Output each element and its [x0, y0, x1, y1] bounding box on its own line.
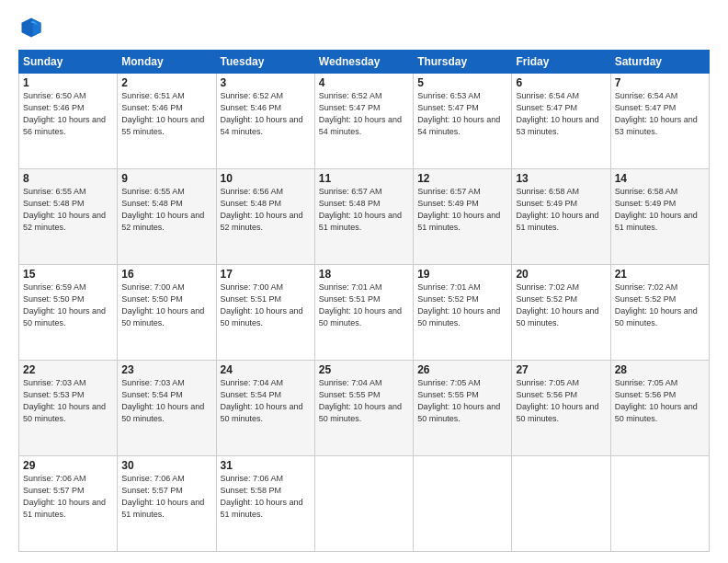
day-number: 8: [23, 172, 113, 185]
day-number: 14: [615, 172, 705, 185]
day-number: 30: [121, 459, 211, 472]
calendar-day-cell: 6 Sunrise: 6:54 AM Sunset: 5:47 PM Dayli…: [512, 74, 610, 169]
day-content: Sunrise: 6:54 AM Sunset: 5:47 PM Dayligh…: [615, 90, 705, 138]
day-number: 24: [221, 363, 311, 376]
day-content: Sunrise: 6:55 AM Sunset: 5:48 PM Dayligh…: [121, 186, 211, 234]
weekday-header: Monday: [118, 51, 216, 74]
day-number: 2: [121, 76, 211, 89]
calendar-day-cell: 29 Sunrise: 7:06 AM Sunset: 5:57 PM Dayl…: [19, 456, 118, 552]
day-content: Sunrise: 7:06 AM Sunset: 5:57 PM Dayligh…: [121, 473, 211, 521]
calendar-day-cell: 27 Sunrise: 7:05 AM Sunset: 5:56 PM Dayl…: [512, 361, 610, 456]
day-content: Sunrise: 7:00 AM Sunset: 5:51 PM Dayligh…: [221, 282, 311, 329]
day-number: 22: [23, 363, 113, 376]
calendar-day-cell: [314, 456, 413, 552]
day-number: 26: [417, 363, 507, 376]
day-number: 21: [615, 268, 705, 281]
day-number: 3: [221, 76, 311, 89]
calendar-day-cell: 16 Sunrise: 7:00 AM Sunset: 5:50 PM Dayl…: [118, 265, 216, 361]
calendar-day-cell: 30 Sunrise: 7:06 AM Sunset: 5:57 PM Dayl…: [118, 456, 216, 552]
calendar-day-cell: [610, 456, 709, 552]
calendar-day-cell: 20 Sunrise: 7:02 AM Sunset: 5:52 PM Dayl…: [512, 265, 610, 361]
calendar-day-cell: 13 Sunrise: 6:58 AM Sunset: 5:49 PM Dayl…: [512, 169, 610, 265]
calendar-day-cell: 10 Sunrise: 6:56 AM Sunset: 5:48 PM Dayl…: [216, 169, 314, 265]
calendar-day-cell: 22 Sunrise: 7:03 AM Sunset: 5:53 PM Dayl…: [19, 361, 118, 456]
weekday-header: Tuesday: [216, 51, 314, 74]
day-content: Sunrise: 7:02 AM Sunset: 5:52 PM Dayligh…: [516, 282, 606, 329]
calendar-day-cell: 14 Sunrise: 6:58 AM Sunset: 5:49 PM Dayl…: [610, 169, 709, 265]
calendar-day-cell: 12 Sunrise: 6:57 AM Sunset: 5:49 PM Dayl…: [414, 169, 512, 265]
calendar-day-cell: 11 Sunrise: 6:57 AM Sunset: 5:48 PM Dayl…: [314, 169, 413, 265]
day-content: Sunrise: 7:05 AM Sunset: 5:55 PM Dayligh…: [417, 377, 507, 425]
weekday-header: Saturday: [610, 51, 709, 74]
logo-icon: [18, 15, 44, 40]
day-content: Sunrise: 7:01 AM Sunset: 5:51 PM Dayligh…: [319, 282, 409, 329]
day-content: Sunrise: 7:06 AM Sunset: 5:57 PM Dayligh…: [23, 473, 113, 521]
day-number: 15: [23, 268, 113, 281]
logo: [18, 15, 48, 40]
day-content: Sunrise: 7:03 AM Sunset: 5:54 PM Dayligh…: [121, 377, 211, 425]
day-content: Sunrise: 6:57 AM Sunset: 5:48 PM Dayligh…: [319, 186, 409, 234]
day-content: Sunrise: 6:53 AM Sunset: 5:47 PM Dayligh…: [417, 90, 507, 138]
day-content: Sunrise: 6:55 AM Sunset: 5:48 PM Dayligh…: [23, 186, 113, 234]
day-number: 25: [319, 363, 409, 376]
calendar-day-cell: 28 Sunrise: 7:05 AM Sunset: 5:56 PM Dayl…: [610, 361, 709, 456]
day-number: 23: [121, 363, 211, 376]
calendar-day-cell: 2 Sunrise: 6:51 AM Sunset: 5:46 PM Dayli…: [118, 74, 216, 169]
calendar-day-cell: 1 Sunrise: 6:50 AM Sunset: 5:46 PM Dayli…: [19, 74, 118, 169]
calendar-day-cell: 31 Sunrise: 7:06 AM Sunset: 5:58 PM Dayl…: [216, 456, 314, 552]
calendar-day-cell: 8 Sunrise: 6:55 AM Sunset: 5:48 PM Dayli…: [19, 169, 118, 265]
weekday-header: Wednesday: [314, 51, 413, 74]
day-number: 28: [615, 363, 705, 376]
day-content: Sunrise: 7:04 AM Sunset: 5:54 PM Dayligh…: [221, 377, 311, 425]
calendar-day-cell: 17 Sunrise: 7:00 AM Sunset: 5:51 PM Dayl…: [216, 265, 314, 361]
calendar-day-cell: 23 Sunrise: 7:03 AM Sunset: 5:54 PM Dayl…: [118, 361, 216, 456]
day-content: Sunrise: 6:51 AM Sunset: 5:46 PM Dayligh…: [121, 90, 211, 138]
day-number: 29: [23, 459, 113, 472]
day-content: Sunrise: 7:00 AM Sunset: 5:50 PM Dayligh…: [121, 282, 211, 329]
day-content: Sunrise: 6:58 AM Sunset: 5:49 PM Dayligh…: [516, 186, 606, 234]
calendar-day-cell: 19 Sunrise: 7:01 AM Sunset: 5:52 PM Dayl…: [414, 265, 512, 361]
header: [18, 15, 710, 40]
day-number: 6: [516, 76, 606, 89]
day-number: 27: [516, 363, 606, 376]
day-content: Sunrise: 7:03 AM Sunset: 5:53 PM Dayligh…: [23, 377, 113, 425]
calendar-day-cell: 21 Sunrise: 7:02 AM Sunset: 5:52 PM Dayl…: [610, 265, 709, 361]
day-number: 10: [221, 172, 311, 185]
calendar-day-cell: 9 Sunrise: 6:55 AM Sunset: 5:48 PM Dayli…: [118, 169, 216, 265]
calendar-week-row: 1 Sunrise: 6:50 AM Sunset: 5:46 PM Dayli…: [19, 74, 710, 169]
day-number: 9: [121, 172, 211, 185]
calendar-header: SundayMondayTuesdayWednesdayThursdayFrid…: [19, 51, 710, 74]
day-content: Sunrise: 7:06 AM Sunset: 5:58 PM Dayligh…: [221, 473, 311, 521]
calendar-day-cell: 26 Sunrise: 7:05 AM Sunset: 5:55 PM Dayl…: [414, 361, 512, 456]
day-content: Sunrise: 6:59 AM Sunset: 5:50 PM Dayligh…: [23, 282, 113, 329]
day-number: 18: [319, 268, 409, 281]
day-content: Sunrise: 7:05 AM Sunset: 5:56 PM Dayligh…: [516, 377, 606, 425]
calendar-week-row: 15 Sunrise: 6:59 AM Sunset: 5:50 PM Dayl…: [19, 265, 710, 361]
weekday-header: Sunday: [19, 51, 118, 74]
day-number: 31: [221, 459, 311, 472]
calendar-day-cell: 18 Sunrise: 7:01 AM Sunset: 5:51 PM Dayl…: [314, 265, 413, 361]
day-number: 1: [23, 76, 113, 89]
day-content: Sunrise: 7:02 AM Sunset: 5:52 PM Dayligh…: [615, 282, 705, 329]
weekday-row: SundayMondayTuesdayWednesdayThursdayFrid…: [19, 51, 710, 74]
day-number: 20: [516, 268, 606, 281]
calendar-day-cell: 25 Sunrise: 7:04 AM Sunset: 5:55 PM Dayl…: [314, 361, 413, 456]
day-number: 7: [615, 76, 705, 89]
day-content: Sunrise: 6:52 AM Sunset: 5:47 PM Dayligh…: [319, 90, 409, 138]
calendar-week-row: 8 Sunrise: 6:55 AM Sunset: 5:48 PM Dayli…: [19, 169, 710, 265]
calendar-day-cell: 4 Sunrise: 6:52 AM Sunset: 5:47 PM Dayli…: [314, 74, 413, 169]
day-number: 12: [417, 172, 507, 185]
calendar-week-row: 29 Sunrise: 7:06 AM Sunset: 5:57 PM Dayl…: [19, 456, 710, 552]
day-content: Sunrise: 7:01 AM Sunset: 5:52 PM Dayligh…: [417, 282, 507, 329]
calendar-day-cell: [512, 456, 610, 552]
day-content: Sunrise: 6:58 AM Sunset: 5:49 PM Dayligh…: [615, 186, 705, 234]
day-number: 5: [417, 76, 507, 89]
day-number: 17: [221, 268, 311, 281]
day-content: Sunrise: 7:05 AM Sunset: 5:56 PM Dayligh…: [615, 377, 705, 425]
weekday-header: Thursday: [414, 51, 512, 74]
page: SundayMondayTuesdayWednesdayThursdayFrid…: [0, 0, 728, 563]
day-number: 11: [319, 172, 409, 185]
day-number: 4: [319, 76, 409, 89]
day-number: 13: [516, 172, 606, 185]
calendar-day-cell: 24 Sunrise: 7:04 AM Sunset: 5:54 PM Dayl…: [216, 361, 314, 456]
